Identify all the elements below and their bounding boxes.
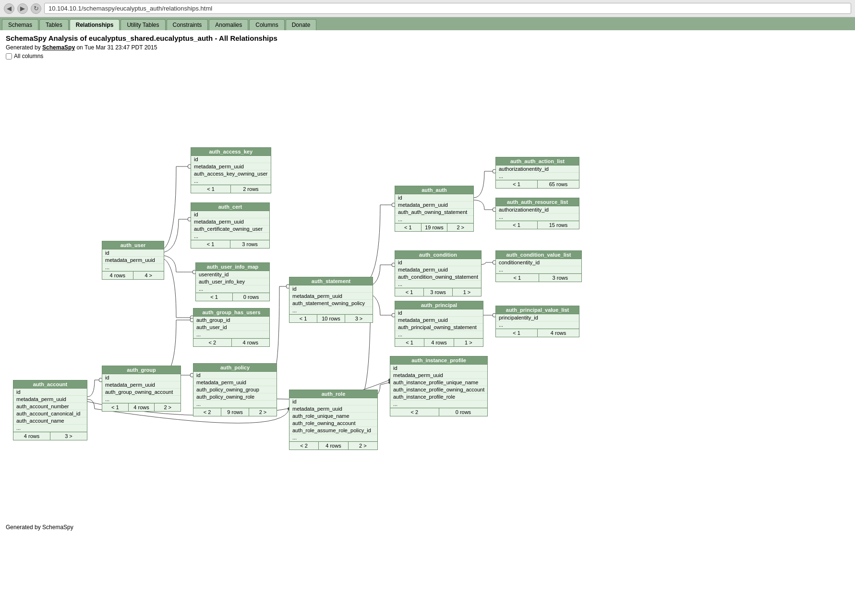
- table-row: metadata_perm_uuid: [289, 293, 373, 300]
- forward-button[interactable]: ▶: [17, 3, 28, 14]
- tab-donate[interactable]: Donate: [286, 19, 317, 30]
- tab-utility-tables[interactable]: Utility Tables: [120, 19, 165, 30]
- footer-cell: 3 >: [50, 432, 87, 440]
- table-footer: < 1 4 rows 2 >: [102, 403, 181, 411]
- table-row: ...: [496, 213, 579, 221]
- browser-chrome: ◀ ▶ ↻ 10.104.10.1/schemaspy/eucalyptus_a…: [0, 0, 855, 17]
- table-row: auth_group_id: [193, 317, 269, 324]
- table-auth-auth-action-list: auth_auth_action_list authorizationentit…: [495, 157, 579, 189]
- table-row: auth_instance_profile_unique_name: [390, 379, 487, 386]
- table-footer: < 1 15 rows: [496, 221, 579, 229]
- table-header: auth_condition_value_list: [496, 251, 581, 259]
- table-row: auth_account_name: [13, 417, 87, 425]
- table-footer: < 1 3 rows 1 >: [395, 288, 481, 296]
- footer-cell: 4 rows: [424, 339, 454, 346]
- footer-cell: 2 >: [249, 408, 277, 416]
- table-auth-instance-profile: auth_instance_profile id metadata_perm_u…: [390, 356, 488, 416]
- table-row: metadata_perm_uuid: [395, 201, 473, 209]
- table-auth-user-info-map: auth_user_info_map userentity_id auth_us…: [195, 262, 270, 301]
- footer-cell: 0 rows: [439, 408, 488, 416]
- table-row: ...: [496, 321, 579, 329]
- table-row: id: [102, 374, 181, 381]
- footer-cell: < 1: [395, 339, 424, 346]
- table-row: ...: [196, 285, 269, 293]
- table-row: metadata_perm_uuid: [395, 266, 481, 273]
- table-header: auth_principal: [395, 301, 483, 309]
- table-footer: < 2 9 rows 2 >: [193, 408, 277, 416]
- table-row: id: [193, 372, 277, 379]
- footer-cell: 4 rows: [538, 329, 579, 337]
- table-auth-group: auth_group id metadata_perm_uuid auth_gr…: [102, 366, 181, 412]
- refresh-button[interactable]: ↻: [31, 3, 41, 14]
- footer-cell: 2 rows: [231, 185, 270, 193]
- footer-cell: 2 >: [349, 442, 377, 450]
- table-row: id: [395, 309, 483, 317]
- footer-cell: 15 rows: [538, 221, 579, 229]
- all-columns-checkbox[interactable]: [6, 53, 12, 59]
- footer-cell: 4 rows: [319, 442, 348, 450]
- table-header: auth_group: [102, 366, 181, 374]
- back-button[interactable]: ◀: [4, 3, 14, 14]
- table-auth-role: auth_role id metadata_perm_uuid auth_rol…: [289, 390, 378, 450]
- table-header: auth_user_info_map: [196, 263, 269, 271]
- table-row: auth_policy_owning_group: [193, 386, 277, 393]
- footer-cell: 4 rows: [13, 432, 50, 440]
- table-row: ...: [289, 434, 377, 441]
- table-header: auth_policy: [193, 364, 277, 372]
- tab-tables[interactable]: Tables: [39, 19, 69, 30]
- footer-cell: < 2: [390, 408, 439, 416]
- footer-cell: < 2: [193, 339, 232, 346]
- table-row: ...: [395, 331, 483, 338]
- table-row: metadata_perm_uuid: [193, 379, 277, 386]
- footer-cell: < 1: [496, 221, 538, 229]
- table-row: conditionentity_id: [496, 259, 581, 266]
- table-footer: < 1 4 rows: [496, 329, 579, 337]
- table-row: auth_role_unique_name: [289, 413, 377, 420]
- table-row: ...: [193, 401, 277, 408]
- address-bar[interactable]: 10.104.10.1/schemaspy/eucalyptus_auth/re…: [44, 3, 851, 14]
- footer-cell: 2 >: [447, 224, 473, 231]
- table-row: id: [395, 259, 481, 266]
- footer-cell: < 2: [193, 408, 221, 416]
- table-footer: < 1 2 rows: [191, 185, 271, 193]
- table-row: auth_group_owning_account: [102, 389, 181, 396]
- table-row: ...: [13, 425, 87, 432]
- table-row: auth_role_assume_role_policy_id: [289, 427, 377, 434]
- generated-by: Generated by SchemaSpy on Tue Mar 31 23:…: [6, 44, 849, 51]
- table-row: ...: [193, 331, 269, 338]
- footer-cell: < 1: [496, 274, 539, 282]
- table-row: ...: [289, 307, 373, 314]
- table-auth-principal: auth_principal id metadata_perm_uuid aut…: [395, 301, 483, 347]
- all-columns-check: All columns: [6, 53, 849, 59]
- tab-anomalies[interactable]: Anomalies: [209, 19, 248, 30]
- table-header: auth_access_key: [191, 148, 271, 156]
- tab-constraints[interactable]: Constraints: [167, 19, 208, 30]
- table-row: metadata_perm_uuid: [289, 405, 377, 413]
- tab-schemas[interactable]: Schemas: [2, 19, 38, 30]
- table-row: auth_account_canonical_id: [13, 410, 87, 417]
- footer-cell: 19 rows: [421, 224, 448, 231]
- table-auth-condition-value-list: auth_condition_value_list conditionentit…: [495, 250, 582, 282]
- table-row: auth_condition_owning_statement: [395, 273, 481, 281]
- footer-cell: 4 rows: [232, 339, 270, 346]
- footer-cell: 1 >: [454, 339, 483, 346]
- table-auth-statement: auth_statement id metadata_perm_uuid aut…: [289, 277, 373, 323]
- footer-cell: 4 >: [133, 272, 164, 279]
- schemaspy-link[interactable]: SchemaSpy: [42, 44, 75, 51]
- table-auth-user: auth_user id metadata_perm_uuid ... 4 ro…: [102, 241, 164, 280]
- footer-cell: 1 >: [453, 288, 481, 296]
- table-row: metadata_perm_uuid: [395, 317, 483, 324]
- footer-cell: 3 >: [345, 315, 373, 322]
- footer-cell: < 1: [191, 240, 230, 248]
- table-header: auth_cert: [191, 203, 269, 211]
- table-auth-policy: auth_policy id metadata_perm_uuid auth_p…: [193, 363, 277, 416]
- table-row: id: [191, 211, 269, 218]
- tab-columns[interactable]: Columns: [249, 19, 284, 30]
- table-auth-auth: auth_auth id metadata_perm_uuid auth_aut…: [395, 186, 474, 232]
- footer-cell: 10 rows: [317, 315, 345, 322]
- nav-tabs: Schemas Tables Relationships Utility Tab…: [0, 17, 855, 30]
- table-header: auth_account: [13, 380, 87, 389]
- table-row: ...: [191, 233, 269, 240]
- table-row: auth_user_info_key: [196, 278, 269, 285]
- tab-relationships[interactable]: Relationships: [70, 19, 120, 30]
